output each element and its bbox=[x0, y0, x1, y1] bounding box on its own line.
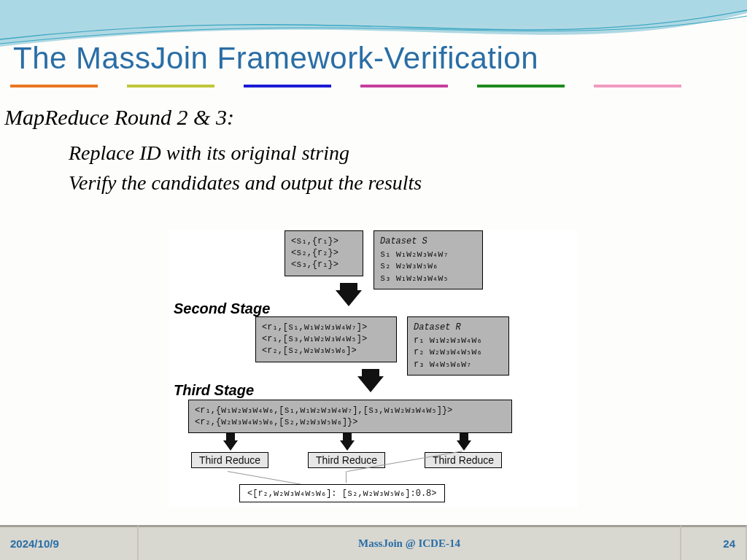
mid-row: <r₁,[s₃,w₁w₂w₃w₄w₅]> bbox=[262, 333, 390, 345]
arrow-icon bbox=[457, 440, 471, 451]
result-box: <[r₂,w₂w₃w₄w₅w₆]: [s₂,w₂w₃w₅w₆]:0.8> bbox=[239, 484, 445, 502]
dataset-row: s₁ w₁w₂w₃w₄w₇ bbox=[380, 249, 476, 260]
combined-row: <r₁,{w₁w₂w₃w₄w₆,[s₁,w₁w₂w₃w₄w₇],[s₃,w₁w₂… bbox=[195, 405, 506, 416]
arrow-icon bbox=[336, 290, 362, 306]
third-stage-label: Third Stage bbox=[174, 382, 254, 399]
bullet-item: Verify the candidates and output the res… bbox=[69, 168, 422, 198]
combined-box: <r₁,{w₁w₂w₃w₄w₆,[s₁,w₁w₂w₃w₄w₇],[s₃,w₁w₂… bbox=[188, 400, 512, 433]
dataset-r-title: Dataset R bbox=[414, 322, 503, 333]
arrow-icon bbox=[223, 440, 238, 451]
slide-footer: 2024/10/9 MassJoin @ ICDE-14 24 bbox=[0, 525, 747, 560]
arrow-icon bbox=[357, 376, 384, 392]
footer-page-number: 24 bbox=[681, 525, 747, 560]
dataset-s-title: Dataset S bbox=[380, 236, 476, 247]
arrow-icon bbox=[340, 440, 355, 451]
title-underline bbox=[10, 85, 681, 88]
bullet-list: Replace ID with its original string Veri… bbox=[69, 139, 422, 198]
dataset-row: s₃ w₁w₂w₃w₄w₅ bbox=[380, 273, 476, 284]
mid-row: <r₁,[s₁,w₁w₂w₃w₄w₇]> bbox=[262, 322, 390, 333]
dataset-row: r₁ w₁w₂w₃w₄w₆ bbox=[414, 335, 503, 346]
pair-row: <s₁,{r₁}> bbox=[291, 236, 357, 247]
footer-center: MassJoin @ ICDE-14 bbox=[139, 525, 681, 560]
combined-row: <r₂,{w₂w₃w₄w₅w₆,[s₂,w₂w₃w₅w₆]}> bbox=[195, 416, 506, 428]
bullet-item: Replace ID with its original string bbox=[69, 139, 422, 168]
dataset-s-box: Dataset S s₁ w₁w₂w₃w₄w₇ s₂ w₂w₃w₅w₆ s₃ w… bbox=[374, 230, 483, 289]
reduce-box: Third Reduce bbox=[425, 452, 502, 468]
mid-row: <r₂,[s₂,w₂w₃w₅w₆]> bbox=[262, 345, 390, 357]
pair-row: <s₃,{r₁}> bbox=[291, 259, 357, 271]
slide-title: The MassJoin Framework-Verification bbox=[13, 41, 538, 76]
reduce-box: Third Reduce bbox=[191, 452, 268, 468]
second-stage-label: Second Stage bbox=[174, 300, 270, 317]
pairs-box: <s₁,{r₁}> <s₂,{r₂}> <s₃,{r₁}> bbox=[285, 230, 363, 276]
section-subtitle: MapReduce Round 2 & 3: bbox=[4, 105, 234, 130]
pair-row: <s₂,{r₂}> bbox=[291, 247, 357, 259]
footer-date: 2024/10/9 bbox=[0, 525, 139, 560]
flow-diagram: <s₁,{r₁}> <s₂,{r₂}> <s₃,{r₁}> Dataset S … bbox=[169, 230, 578, 508]
dataset-row: r₃ w₄w₅w₆w₇ bbox=[414, 359, 503, 370]
mid-box: <r₁,[s₁,w₁w₂w₃w₄w₇]> <r₁,[s₃,w₁w₂w₃w₄w₅]… bbox=[255, 316, 397, 362]
dataset-row: r₂ w₂w₃w₄w₅w₆ bbox=[414, 346, 503, 358]
dataset-row: s₂ w₂w₃w₅w₆ bbox=[380, 260, 476, 272]
dataset-r-box: Dataset R r₁ w₁w₂w₃w₄w₆ r₂ w₂w₃w₄w₅w₆ r₃… bbox=[407, 316, 509, 376]
